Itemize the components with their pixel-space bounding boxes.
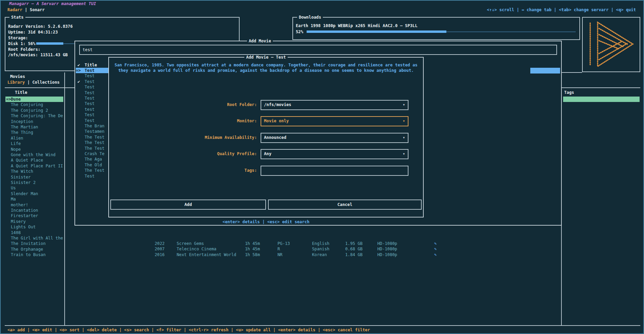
movie-list-item[interactable]: Life [5,141,63,146]
movie-list-item[interactable]: The Witch [5,169,63,174]
result-title: The Test [85,140,105,145]
selection-marker: => [76,68,81,73]
movie-list-item[interactable]: Gone with the Wind [5,152,63,158]
movie-title: The Conjuring: The De [11,113,63,119]
result-title: The Test [85,146,105,151]
search-result-item[interactable]: The Aga [76,156,108,162]
tab-sonarr[interactable]: Sonarr [30,7,45,12]
search-result-item[interactable]: Test [76,90,108,96]
search-result-item[interactable]: The Test [76,140,108,145]
tab-separator: | [25,80,32,85]
movie-list-item[interactable]: The Conjuring [5,102,63,107]
results-title-header: Title [85,62,97,68]
app-title: Managarr – A Servarr management TUI [7,1,98,6]
movie-list-item[interactable]: A Quiet Place [5,158,63,163]
movie-title: A Quiet Place Part II [11,163,63,169]
movie-list-item[interactable]: Nope [5,147,63,152]
movie-list-item[interactable]: =>Dune [5,97,63,102]
tab-library[interactable]: Library [7,80,25,85]
cell-studio: Next Entertainment World [177,252,236,257]
cell-runtime: 1h 45m [245,241,260,246]
search-result-item[interactable]: The Bran [76,123,108,129]
movie-title: Misery [11,219,26,224]
monitor-select[interactable]: Movie only▾ [261,116,408,126]
search-result-item[interactable]: The Test [76,134,108,140]
cell-quality: HD-1080p [377,241,397,246]
movie-list-item[interactable]: Ma [5,196,63,202]
logo-panel [582,17,640,72]
search-result-item[interactable]: Test [76,112,108,118]
search-result-item[interactable]: =>Test [76,68,108,73]
search-results-list: =>TestTest✔TestTestTestTestTesttestTestT… [76,68,108,180]
movie-list-item[interactable]: Alien [5,135,63,141]
movie-list-item[interactable]: Sinister [5,174,63,180]
chevron-down-icon: ▾ [403,151,405,156]
field-value: Movie only [264,118,289,124]
search-result-item[interactable]: The Test [76,168,108,173]
selected-result-highlight-overflow [530,68,560,74]
movie-list-item[interactable]: The Conjuring 2 [5,108,63,113]
movie-list-item[interactable]: Lights Out [5,224,63,230]
movie-list-item[interactable]: Inception [5,119,63,124]
tab-collections[interactable]: Collections [32,80,60,85]
movie-title: mother! [11,202,28,208]
search-result-item[interactable]: test [76,107,108,112]
movie-list-item[interactable]: The Conjuring: The De [5,113,63,119]
form-row: Minimum Availability:Announced▾ [109,133,423,143]
result-title: Test [85,73,94,79]
tags-select[interactable] [261,166,408,176]
movie-list-item[interactable]: Slender Man [5,191,63,196]
quality-profile-select[interactable]: Any▾ [261,149,408,159]
search-result-item[interactable]: Test [76,73,108,79]
search-popup-help: <enter> details | <esc> edit search [108,219,424,225]
tab-radarr[interactable]: Radarr [7,7,22,12]
movie-list-item[interactable]: Incantation [5,208,63,213]
tags-cell-selected-row [563,97,640,102]
search-result-item[interactable]: Test [76,118,108,123]
movie-search-input[interactable] [79,45,557,55]
table-row[interactable]: 2007Telecinco Cinema1h 45mRSpanish0.68 G… [1,246,644,252]
movie-list-item[interactable]: Sinister 2 [5,180,63,185]
search-result-item[interactable]: Crash Te [76,151,108,156]
movie-title: Slender Man [11,191,38,196]
title-column-header: Title [15,90,27,95]
movie-list-item[interactable]: Firestarter [5,213,63,218]
search-result-item[interactable]: ✔Test [76,79,108,84]
result-title: Testamen [85,129,105,134]
search-result-item[interactable]: Test [76,101,108,106]
search-result-item[interactable]: Test [76,96,108,101]
cell-rating: NR [277,252,283,257]
movie-list-item[interactable]: Misery [5,219,63,224]
movie-list-item[interactable]: The Girl with All the [5,235,63,241]
table-row[interactable]: 2016Next Entertainment World1h 58mNRKore… [1,252,644,257]
search-result-item[interactable]: Testamen [76,129,108,134]
root-folder-select[interactable]: /nfs/movies▾ [261,100,408,110]
table-row[interactable]: 2022Screen Gems1h 45mPG-13English1.95 GB… [1,241,644,246]
chevron-down-icon: ▾ [403,102,405,107]
search-result-item[interactable]: Test [76,84,108,90]
movie-list-item[interactable]: A Quiet Place Part II [5,163,63,169]
add-movie-popup-title: Add Movie [247,38,273,44]
movie-list-item[interactable]: The Martian [5,124,63,130]
movie-title: Lights Out [11,224,36,230]
search-result-item[interactable]: The Test [76,146,108,151]
movie-list-item[interactable]: Us [5,185,63,191]
result-title: Test [85,112,94,118]
bottom-help-divider [5,325,640,326]
movie-title: The Martian [11,124,38,130]
search-result-item[interactable]: The Old [76,162,108,168]
result-title: Test [85,118,94,123]
add-button[interactable]: Add [110,200,266,210]
search-result-item[interactable]: Test [76,173,108,179]
tab-separator: | [22,7,30,12]
stats-uptime: Uptime: 31d 04:31:23 [8,29,58,35]
movie-title: Sinister 2 [11,180,36,185]
cancel-button[interactable]: Cancel [268,200,422,210]
movie-list-item[interactable]: mother! [5,202,63,208]
movie-list-item[interactable]: The Thing [5,130,63,135]
minimum-availability-select[interactable]: Announced▾ [261,133,408,143]
result-title: The Old [85,162,102,168]
movie-list-item[interactable]: 1408 [5,230,63,235]
cell-quality: HD-1080p [377,252,397,257]
selection-marker: => [6,97,11,102]
